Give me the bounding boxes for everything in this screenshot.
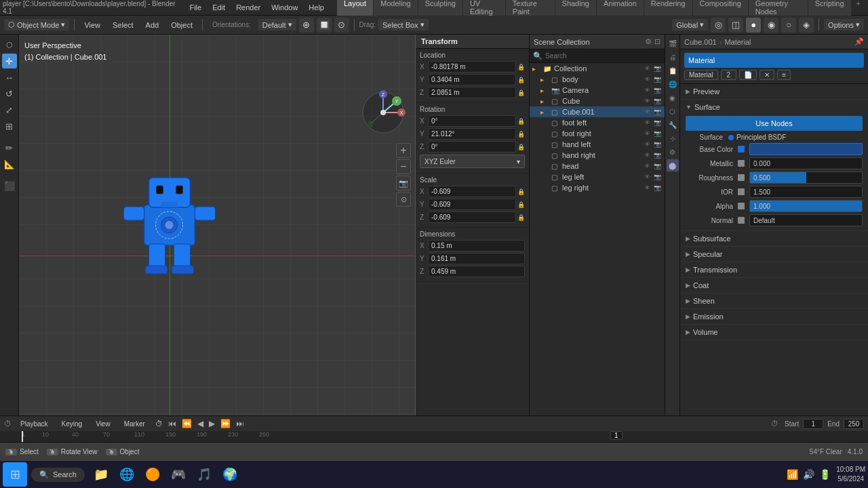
location-y-lock[interactable]: 🔒	[517, 77, 525, 83]
outliner-search[interactable]: 🔍	[530, 49, 665, 63]
volume-icon[interactable]: 🔊	[802, 468, 816, 481]
body-vis-icon[interactable]: 👁	[644, 76, 652, 83]
foot-right-render-icon[interactable]: 📷	[654, 130, 662, 137]
transmission-section[interactable]: ▶Transmission	[680, 262, 868, 278]
foot-left-vis-icon[interactable]: 👁	[644, 119, 652, 126]
hand-left-vis-icon[interactable]: 👁	[644, 141, 652, 148]
rotate-tool-button[interactable]: ↺	[2, 86, 17, 101]
object-properties-icon[interactable]: ⬡	[667, 105, 679, 117]
outliner-hand-right[interactable]: ▢ hand right 👁 📷	[530, 150, 665, 161]
material-delete-button[interactable]: ✕	[760, 70, 774, 80]
tab-scripting[interactable]: Scripting	[808, 0, 851, 17]
location-z-field[interactable]: 2.0851 m	[428, 87, 516, 98]
outliner-leg-left[interactable]: ▢ leg left 👁 📷	[530, 171, 665, 182]
viewport-shading-solid[interactable]: ●	[746, 18, 761, 33]
particles-icon[interactable]: ⊹	[667, 132, 679, 144]
preview-section[interactable]: ▶ Preview	[680, 84, 868, 100]
tab-animation[interactable]: Animation	[597, 0, 644, 17]
zoom-in-button[interactable]: +	[396, 143, 411, 158]
alpha-field[interactable]: 1.000	[749, 200, 863, 212]
rotation-z-field[interactable]: 0°	[428, 141, 516, 152]
transform-tool-button[interactable]: ⊞	[2, 119, 17, 134]
render-properties-icon[interactable]: 🎬	[667, 37, 679, 49]
viewport-shading-material[interactable]: ◉	[764, 18, 778, 33]
world-properties-icon[interactable]: ◉	[667, 92, 679, 104]
proportional-edit-button[interactable]: ⊙	[334, 18, 349, 33]
scale-y-lock[interactable]: 🔒	[517, 201, 525, 208]
dim-z-field[interactable]: 0.459 m	[428, 266, 525, 277]
cube-vis-icon[interactable]: 👁	[644, 98, 652, 104]
location-y-field[interactable]: 0.3404 m	[428, 74, 516, 85]
menu-render[interactable]: Render	[231, 3, 265, 12]
modifier-properties-icon[interactable]: 🔧	[667, 119, 679, 131]
scale-y-field[interactable]: -0.609	[428, 199, 516, 210]
tab-layout[interactable]: Layout	[337, 0, 373, 17]
emission-section[interactable]: ▶Emission	[680, 309, 868, 325]
taskbar-music-icon[interactable]: 🎵	[192, 462, 216, 487]
drag-selector[interactable]: Select Box ▾	[378, 19, 429, 30]
battery-icon[interactable]: 🔋	[818, 468, 832, 481]
mode-selector[interactable]: ⬡ Object Mode ▾	[4, 19, 69, 30]
header-view[interactable]: View	[79, 20, 105, 30]
dim-x-field[interactable]: 0.15 m	[428, 240, 525, 251]
menu-window[interactable]: Window	[267, 3, 302, 12]
focus-button[interactable]: ⊙	[396, 192, 411, 207]
orientation-selector[interactable]: Default ▾	[258, 19, 296, 30]
annotate-button[interactable]: ✏	[2, 140, 17, 155]
base-color-swatch[interactable]	[738, 146, 745, 152]
specular-section[interactable]: ▶Specular	[680, 247, 868, 262]
scale-z-field[interactable]: -0.609	[428, 211, 516, 223]
output-properties-icon[interactable]: 🖨	[667, 51, 679, 63]
menu-help[interactable]: Help	[304, 3, 329, 12]
start-frame-field[interactable]: 1	[803, 419, 823, 429]
tab-sculpting[interactable]: Sculpting	[418, 0, 462, 17]
ior-field[interactable]: 1.500	[749, 186, 863, 198]
leg-right-render-icon[interactable]: 📷	[654, 184, 662, 191]
camera-view-button[interactable]: 📷	[396, 176, 411, 190]
overlay-button[interactable]: ◎	[711, 18, 726, 33]
outliner-body[interactable]: ▸ ▢ body 👁 📷	[530, 74, 665, 85]
cube001-render-icon[interactable]: 📷	[654, 108, 662, 115]
add-workspace-button[interactable]: +	[852, 0, 865, 17]
subsurface-section[interactable]: ▶Subsurface	[680, 231, 868, 247]
outliner-foot-left[interactable]: ▢ foot left 👁 📷	[530, 117, 665, 128]
outliner-filter-button[interactable]: ⚙	[645, 37, 652, 46]
scale-z-lock[interactable]: 🔒	[517, 214, 525, 221]
physics-icon[interactable]: ⚙	[667, 146, 679, 158]
timeline-scrubber[interactable]: 1 10 40 70 110 150 190 230 250 1	[0, 431, 868, 442]
step-back-button[interactable]: ⏪	[180, 419, 194, 428]
collection-item[interactable]: ▸ 📁 Collection 👁 📷	[530, 63, 665, 74]
metallic-field[interactable]: 0.000	[749, 157, 863, 169]
material-properties-icon[interactable]: ⬤	[667, 159, 679, 171]
navigation-gizmo[interactable]: Y X Z	[359, 89, 407, 136]
viewport-shading-eevee[interactable]: ◈	[799, 18, 814, 33]
location-x-lock[interactable]: 🔒	[517, 64, 525, 70]
move-tool-button[interactable]: ↔	[2, 70, 17, 85]
normal-field[interactable]: Default	[749, 214, 863, 226]
header-select[interactable]: Select	[108, 20, 138, 30]
xray-button[interactable]: ◫	[728, 18, 743, 33]
outliner-camera[interactable]: ▸ 📷 Camera 👁 📷	[530, 85, 665, 96]
rotation-x-field[interactable]: 0°	[428, 115, 516, 127]
scene-properties-icon[interactable]: 🌐	[667, 78, 679, 90]
header-add[interactable]: Add	[141, 20, 164, 30]
base-color-field[interactable]	[749, 143, 863, 155]
transform-pivot-button[interactable]: ⊕	[299, 18, 314, 33]
use-nodes-button[interactable]: Use Nodes	[686, 116, 863, 131]
material-new-button[interactable]: 📄	[739, 70, 757, 80]
outliner-sync-button[interactable]: ⊡	[654, 37, 660, 46]
hand-left-render-icon[interactable]: 📷	[654, 141, 662, 148]
step-forward-button[interactable]: ⏩	[218, 419, 233, 428]
start-button[interactable]: ⊞	[3, 462, 27, 487]
timeline-clock-icon[interactable]: ⏱	[154, 418, 165, 429]
head-vis-icon[interactable]: 👁	[644, 163, 652, 169]
foot-right-vis-icon[interactable]: 👁	[644, 130, 652, 137]
hand-right-render-icon[interactable]: 📷	[654, 152, 662, 159]
collection-vis-icon[interactable]: 👁	[644, 65, 652, 72]
timeline-marker-menu[interactable]: Marker	[119, 420, 150, 428]
outliner-cube[interactable]: ▸ ▢ Cube 👁 📷	[530, 96, 665, 106]
scale-x-lock[interactable]: 🔒	[517, 188, 525, 195]
timeline-keying-menu[interactable]: Keying	[57, 420, 87, 428]
view-layer-icon[interactable]: 📋	[667, 64, 679, 77]
outliner-hand-left[interactable]: ▢ hand left 👁 📷	[530, 139, 665, 150]
